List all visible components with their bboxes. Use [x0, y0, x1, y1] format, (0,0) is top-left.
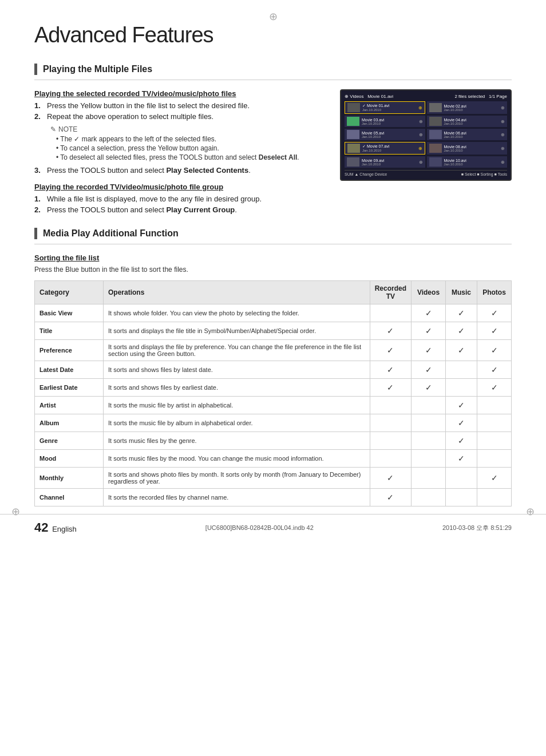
check-music-8: ✓ [446, 450, 477, 468]
sorting-description: Press the Blue button in the file list t… [34, 266, 512, 274]
step3-text: Press the TOOLS button and select Play S… [47, 166, 329, 175]
tv-date-1: Jan.10.2010 [362, 108, 416, 112]
page-footer-right: 2010-03-08 오후 8:51:29 [442, 524, 512, 532]
step1-num: 1. [34, 101, 45, 110]
stepg2-num: 2. [34, 205, 45, 214]
check-recorded_tv-0 [370, 304, 411, 322]
table-row: Basic ViewIt shows whole folder. You can… [35, 304, 512, 322]
note-box: NOTE The ✓ mark appears to the left of t… [45, 125, 329, 161]
check-videos-1: ✓ [412, 322, 446, 340]
check-recorded_tv-9: ✓ [370, 468, 411, 489]
tv-check-6: ⊕ [501, 132, 505, 137]
tv-date-10: Jan.10.2010 [444, 163, 499, 166]
tv-item-5: Movie 05.avi Jan.10.2010 ⊕ [345, 129, 425, 140]
tv-date-2: Jan.10.2010 [444, 108, 499, 112]
check-music-5: ✓ [446, 397, 477, 414]
ops-cell-6: It sorts the music file by album in alph… [104, 414, 370, 432]
tv-info-9: Movie 09.avi Jan.10.2010 [362, 159, 417, 166]
section1-title: Playing the Multiple Files [43, 64, 152, 74]
section1-content: Playing the selected recorded TV/video/m… [34, 89, 512, 216]
cat-cell-6: Album [35, 414, 104, 432]
step-3: 3. Press the TOOLS button and select Pla… [34, 166, 329, 175]
check-music-10 [446, 489, 477, 506]
check-photos-3: ✓ [477, 361, 512, 379]
table-row: MoodIt sorts music files by the mood. Yo… [35, 450, 512, 468]
check-recorded_tv-5 [370, 397, 411, 414]
page-language: English [50, 525, 77, 533]
step2-num: 2. [34, 112, 45, 121]
tv-info-2: Movie 02.avi Jan.10.2010 [444, 104, 499, 112]
page-footer: 42 English [UC6800]BN68-02842B-00L04.ind… [0, 514, 546, 535]
tv-info-10: Movie 10.avi Jan.10.2010 [444, 159, 499, 166]
table-row: Earliest DateIt sorts and shows files by… [35, 379, 512, 397]
table-row: PreferenceIt sorts and displays the file… [35, 340, 512, 361]
stepg2-text: Press the TOOLS button and select Play C… [47, 205, 329, 214]
tv-date-9: Jan.10.2010 [362, 163, 417, 166]
page-title: Advanced Features [34, 23, 512, 48]
step-1: 1. Press the Yellow button in the file l… [34, 101, 329, 110]
check-photos-0: ✓ [477, 304, 512, 322]
step-g2: 2. Press the TOOLS button and select Pla… [34, 205, 329, 214]
ops-cell-5: It sorts the music file by artist in alp… [104, 397, 370, 414]
tv-name-9: Movie 09.avi [362, 159, 417, 163]
tv-date-7: Jan.10.2010 [362, 149, 416, 152]
tv-thumb-4 [429, 117, 442, 126]
table-row: TitleIt sorts and displays the file titl… [35, 322, 512, 340]
note-item-1: The ✓ mark appears to the left of the se… [56, 135, 329, 143]
tv-header-left: ⊕ Videos Movie 01.avi [345, 94, 393, 99]
step2-text: Repeat the above operation to select mul… [47, 112, 329, 121]
tv-info-5: Movie 05.avi Jan.10.2010 [362, 131, 417, 138]
check-recorded_tv-4: ✓ [370, 379, 411, 397]
table-row: MonthlyIt sorts and shows photo files by… [35, 468, 512, 489]
cat-cell-8: Mood [35, 450, 104, 468]
tv-date-3: Jan.10.2010 [362, 122, 417, 125]
tv-item-9: Movie 09.avi Jan.10.2010 ⊕ [345, 156, 425, 168]
tv-thumb-10 [429, 157, 442, 167]
tv-thumb-6 [429, 130, 442, 139]
check-photos-8 [477, 450, 512, 468]
cat-cell-4: Earliest Date [35, 379, 104, 397]
crosshair-top: ⊕ [269, 10, 278, 23]
tv-info-4: Movie 04.avi Jan.10.2010 [444, 118, 499, 125]
subsection2-title: Playing the recorded TV/video/music/phot… [34, 183, 329, 191]
cat-cell-7: Genre [35, 432, 104, 450]
tv-item-1: ✓ Movie 01.avi Jan.10.2010 ⊕ [345, 101, 425, 114]
check-recorded_tv-3: ✓ [370, 361, 411, 379]
step-g1: 1. While a file list is displayed, move … [34, 195, 329, 203]
check-videos-10 [412, 489, 446, 506]
table-row: ArtistIt sorts the music file by artist … [35, 397, 512, 414]
table-row: Latest DateIt sorts and shows files by l… [35, 361, 512, 379]
ops-cell-10: It sorts the recorded files by channel n… [104, 489, 370, 506]
check-photos-10 [477, 489, 512, 506]
ops-cell-7: It sorts music files by the genre. [104, 432, 370, 450]
table-header-row: Category Operations RecordedTV Videos Mu… [35, 281, 512, 304]
check-videos-3: ✓ [412, 361, 446, 379]
stepg1-text: While a file list is displayed, move to … [47, 195, 329, 203]
page-number: 42 [34, 520, 48, 535]
tv-info-6: Movie 06.avi Jan.10.2010 [444, 131, 499, 138]
section1-left: Playing the selected recorded TV/video/m… [34, 89, 329, 216]
check-music-0: ✓ [446, 304, 477, 322]
page-footer-left: 42 English [34, 520, 77, 535]
sorting-title: Sorting the file list [34, 254, 512, 262]
check-photos-5 [477, 397, 512, 414]
tv-thumb-7 [347, 144, 360, 153]
note-item-3: To deselect all selected files, press th… [56, 153, 329, 161]
cat-cell-1: Title [35, 322, 104, 340]
tv-item-3: Movie 03.avi Jan.10.2010 ⊕ [345, 116, 425, 127]
th-photos: Photos [477, 281, 512, 304]
note-label: NOTE [50, 125, 329, 133]
section1-bar [34, 64, 37, 75]
ops-cell-0: It shows whole folder. You can view the … [104, 304, 370, 322]
tv-footer-left: SUM ▲ Change Device [345, 172, 387, 176]
tv-name-4: Movie 04.avi [444, 118, 499, 122]
tv-item-6: Movie 06.avi Jan.10.2010 ⊕ [427, 129, 508, 140]
th-recorded-tv: RecordedTV [370, 281, 411, 304]
tv-check-9: ⊕ [419, 160, 423, 165]
tv-date-4: Jan.10.2010 [444, 122, 499, 125]
tv-name-10: Movie 10.avi [444, 159, 499, 163]
stepg1-num: 1. [34, 195, 45, 203]
subsection1-title: Playing the selected recorded TV/video/m… [34, 89, 329, 98]
tv-footer: SUM ▲ Change Device ■ Select ■ Sorting ■… [345, 170, 507, 176]
note-item-2: To cancel a selection, press the Yellow … [56, 144, 329, 152]
